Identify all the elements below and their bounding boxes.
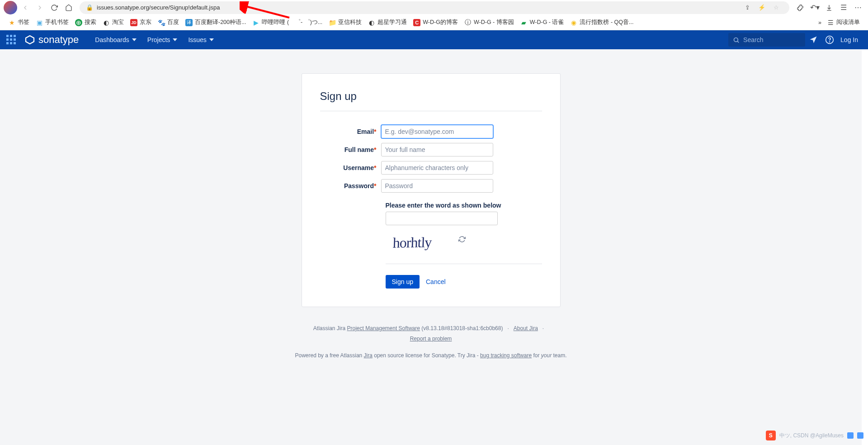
svg-marker-5	[173, 38, 177, 41]
about-jira-link[interactable]: About Jira	[514, 325, 538, 331]
reading-list[interactable]: ☰阅读清单	[827, 19, 860, 26]
bookmark-item[interactable]: JD京东	[130, 19, 151, 26]
search-input[interactable]	[743, 36, 793, 43]
search-box[interactable]	[728, 33, 805, 47]
ime-status: S 中ツ, CSDN @AgileMuses	[766, 431, 863, 440]
fullname-label: Full name*	[320, 146, 381, 153]
signup-card: Sign up Email* Full name* Username* Pass…	[302, 73, 561, 307]
bookmark-item[interactable]: ▣手机书签	[36, 19, 69, 26]
feedback-icon[interactable]	[805, 35, 821, 44]
svg-point-10	[830, 42, 830, 42]
bookmark-item[interactable]: ▰W-D-G - 语雀	[520, 19, 564, 26]
home-button[interactable]	[62, 1, 75, 14]
password-field[interactable]	[381, 179, 493, 193]
bookmark-item[interactable]: ◐超星学习通	[368, 19, 407, 26]
star-icon[interactable]: ☆	[771, 4, 781, 11]
urlbar-actions: ⇪ ⚡ ☆	[742, 4, 783, 11]
nav-dashboards[interactable]: Dashboards	[95, 36, 137, 43]
svg-marker-4	[132, 38, 137, 41]
brand-text: sonatype	[38, 34, 79, 46]
share-icon[interactable]: ⇪	[742, 4, 752, 11]
reading-icon[interactable]: ☰	[837, 1, 850, 14]
ime-badge	[857, 432, 863, 439]
menu-icon[interactable]: ⋯	[852, 1, 864, 14]
login-link[interactable]: Log In	[840, 36, 858, 43]
cancel-link[interactable]: Cancel	[426, 278, 446, 285]
bookmark-item[interactable]: 📁亚信科技	[329, 19, 362, 26]
captcha-field[interactable]	[386, 212, 498, 225]
help-icon[interactable]	[821, 35, 838, 44]
extensions-icon[interactable]	[794, 1, 807, 14]
bookmark-item[interactable]: ⓘW-D-G - 博客园	[464, 19, 514, 26]
annotation-arrow	[240, 1, 294, 23]
username-field[interactable]	[381, 161, 493, 175]
bookmark-item[interactable]: ◐淘宝	[103, 19, 124, 26]
ime-icon[interactable]: S	[766, 431, 776, 440]
download-icon[interactable]	[823, 1, 835, 14]
svg-marker-6	[209, 38, 214, 41]
address-bar[interactable]: 🔒 issues.sonatype.org/secure/Signup!defa…	[80, 1, 789, 14]
sonatype-logo[interactable]: sonatype	[24, 34, 79, 46]
signup-button[interactable]: Sign up	[386, 275, 420, 289]
jira-navbar: sonatype Dashboards Projects Issues Log …	[0, 30, 868, 49]
bookmark-item[interactable]: ★书签	[8, 19, 29, 26]
svg-line-8	[737, 41, 739, 43]
page-title: Sign up	[320, 90, 542, 111]
url-text: issues.sonatype.org/secure/Signup!defaul…	[97, 4, 739, 11]
ime-badge	[847, 432, 854, 439]
bolt-icon[interactable]: ⚡	[757, 4, 767, 11]
app-switcher-icon[interactable]	[6, 35, 16, 45]
page-body: Sign up Email* Full name* Username* Pass…	[0, 50, 862, 445]
browser-toolbar: 🔒 issues.sonatype.org/secure/Signup!defa…	[0, 0, 868, 15]
bookmark-item[interactable]: CW-D-G的博客	[413, 19, 458, 26]
svg-point-7	[734, 38, 738, 42]
bts-link[interactable]: bug tracking software	[480, 352, 532, 359]
footer: Atlassian Jira Project Management Softwa…	[0, 323, 862, 374]
username-label: Username*	[320, 164, 381, 171]
undo-icon[interactable]: ↶▾	[808, 1, 821, 14]
svg-line-2	[244, 6, 289, 18]
pm-software-link[interactable]: Project Management Software	[347, 325, 420, 331]
svg-marker-3	[26, 36, 34, 44]
email-field[interactable]	[381, 125, 493, 138]
search-icon	[733, 37, 740, 43]
nav-issues[interactable]: Issues	[188, 36, 213, 43]
nav-projects[interactable]: Projects	[147, 36, 178, 43]
fullname-field[interactable]	[381, 143, 493, 156]
nav-menu: Dashboards Projects Issues	[95, 36, 214, 43]
report-problem-link[interactable]: Report a problem	[410, 336, 452, 342]
jira-link[interactable]: Jira	[364, 352, 373, 359]
back-button[interactable]	[19, 1, 32, 14]
profile-avatar[interactable]	[4, 1, 17, 14]
bookmarks-bar: ★书签 ▣手机书签 ⊕搜索 ◐淘宝 JD京东 🐾百度 译百度翻译-200种语..…	[0, 15, 868, 30]
bookmark-item[interactable]: ⊕搜索	[75, 19, 96, 26]
bookmarks-more[interactable]: »	[818, 19, 821, 26]
bookmark-item[interactable]: 译百度翻译-200种语...	[185, 19, 246, 26]
bookmark-item[interactable]: ◉流行指数榜 - QQ音...	[570, 19, 633, 26]
reload-button[interactable]	[48, 1, 61, 14]
captcha-image: horhtly	[392, 234, 432, 251]
bookmark-item[interactable]: 🐾百度	[158, 19, 179, 26]
captcha-refresh-icon[interactable]	[458, 236, 466, 245]
forward-button[interactable]	[33, 1, 46, 14]
password-label: Password*	[320, 182, 381, 189]
lock-icon: 🔒	[86, 4, 93, 11]
captcha-label: Please enter the word as shown below	[386, 202, 542, 209]
email-label: Email*	[320, 128, 381, 135]
